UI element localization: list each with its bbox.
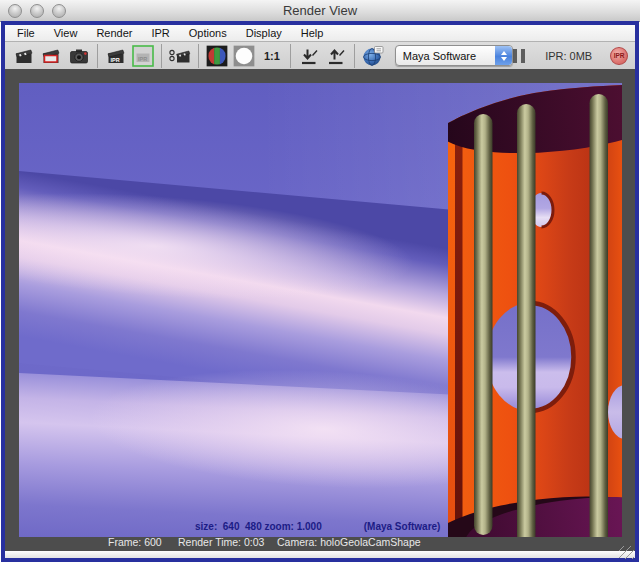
toolbar-separator bbox=[97, 44, 98, 68]
remove-image-icon bbox=[325, 45, 347, 67]
real-size-button[interactable]: 1:1 bbox=[259, 44, 285, 68]
keep-image-button[interactable] bbox=[296, 44, 322, 68]
render-globals-icon bbox=[361, 44, 385, 68]
toolbar-separator bbox=[198, 44, 199, 68]
menu-bar: File View Render IPR Options Display Hel… bbox=[5, 25, 635, 41]
render-button[interactable] bbox=[11, 44, 37, 68]
menu-item-render[interactable]: Render bbox=[96, 27, 132, 39]
caption-renderer: (Maya Software) bbox=[364, 521, 441, 532]
caption-size: size: 640 480 zoom: 1.000 bbox=[195, 521, 322, 532]
menu-item-view[interactable]: View bbox=[54, 27, 78, 39]
ipr-region-button[interactable]: IPR bbox=[131, 44, 157, 68]
menu-item-options[interactable]: Options bbox=[189, 27, 227, 39]
rgb-channels-button[interactable] bbox=[204, 44, 230, 68]
renderer-dropdown-value: Maya Software bbox=[396, 50, 495, 62]
ipr-region-icon: IPR bbox=[132, 45, 154, 67]
ipr-badge-button[interactable]: IPR bbox=[610, 47, 628, 65]
render-caption: size: 640 480 zoom: 1.000 (Maya Software… bbox=[195, 521, 440, 532]
alpha-channel-icon bbox=[232, 44, 256, 68]
render-options-button[interactable] bbox=[167, 44, 193, 68]
ipr-clapperboard-icon: IPR bbox=[105, 45, 127, 67]
menu-item-help[interactable]: Help bbox=[301, 27, 324, 39]
toolbar: IPR IPR bbox=[5, 42, 635, 69]
pause-icon bbox=[513, 49, 517, 63]
svg-text:IPR: IPR bbox=[138, 55, 147, 61]
ipr-render-button[interactable]: IPR bbox=[103, 44, 129, 68]
menu-item-file[interactable]: File bbox=[17, 27, 35, 39]
svg-text:IPR: IPR bbox=[110, 56, 119, 62]
resize-grip-icon[interactable] bbox=[619, 546, 634, 559]
rgb-channels-icon bbox=[205, 44, 229, 68]
toolbar-separator bbox=[161, 44, 162, 68]
bottom-strip bbox=[5, 551, 635, 558]
status-frame: Frame: 600 bbox=[108, 536, 162, 548]
render-image bbox=[19, 83, 622, 537]
render-area[interactable]: size: 640 480 zoom: 1.000 (Maya Software… bbox=[5, 69, 635, 551]
menu-item-ipr[interactable]: IPR bbox=[151, 27, 169, 39]
camera-icon bbox=[68, 45, 90, 67]
render-globals-button[interactable] bbox=[360, 44, 386, 68]
options-clapperboard-icon bbox=[168, 45, 192, 67]
render-region-button[interactable] bbox=[39, 44, 65, 68]
remove-image-button[interactable] bbox=[323, 44, 349, 68]
window-title: Render View bbox=[0, 3, 640, 18]
status-bar: Frame: 600 Render Time: 0:03 Camera: hol… bbox=[5, 536, 635, 549]
camera-snapshot-button[interactable] bbox=[66, 44, 92, 68]
clapperboard-region-icon bbox=[40, 45, 62, 67]
status-camera: Camera: holoGeolaCamShape bbox=[277, 536, 421, 548]
ipr-memory-label: IPR: 0MB bbox=[545, 50, 592, 62]
status-render-time: Render Time: 0:03 bbox=[178, 536, 264, 548]
toolbar-separator bbox=[290, 44, 291, 68]
chevron-up-down-icon bbox=[495, 46, 512, 65]
toolbar-separator bbox=[354, 44, 355, 68]
ipr-pause-button[interactable] bbox=[513, 49, 525, 63]
clapperboard-render-icon bbox=[13, 45, 35, 67]
window-content: File View Render IPR Options Display Hel… bbox=[1, 21, 639, 562]
titlebar: Render View bbox=[0, 0, 640, 22]
render-view-window: Render View File View Render IPR Options… bbox=[0, 0, 640, 565]
scene-orange-cylinder bbox=[420, 83, 622, 537]
keep-image-icon bbox=[298, 45, 320, 67]
alpha-channel-button[interactable] bbox=[231, 44, 257, 68]
menu-item-display[interactable]: Display bbox=[246, 27, 282, 39]
renderer-dropdown[interactable]: Maya Software bbox=[395, 45, 513, 66]
